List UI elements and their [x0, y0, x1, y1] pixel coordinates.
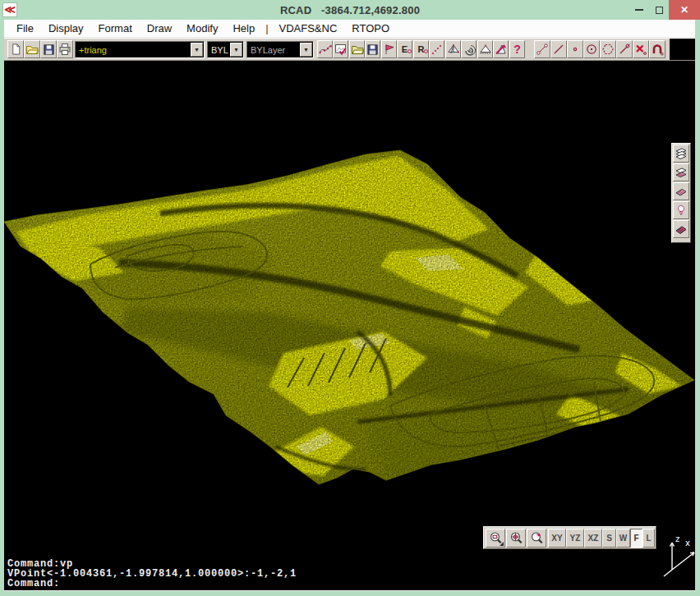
image-check-icon	[334, 43, 348, 56]
zoom-previous-button[interactable]	[527, 529, 546, 548]
pyramid-icon	[447, 43, 460, 56]
plane-hatch-button[interactable]	[673, 182, 689, 200]
layers-add-button[interactable]	[673, 163, 689, 181]
color-dropdown[interactable]: BYL ▼	[207, 41, 244, 58]
plane-solid-button[interactable]	[673, 220, 689, 238]
spline-tool-button[interactable]	[317, 40, 333, 58]
help-icon: ?	[513, 43, 521, 56]
line-endpoints-icon	[536, 43, 549, 56]
linetype-dropdown-value: BYLayer	[247, 45, 300, 55]
open-folder-icon	[25, 43, 39, 56]
view-xy-button[interactable]: XY	[548, 529, 566, 548]
layer-dropdown[interactable]: +triang ▼	[75, 41, 205, 58]
edit-r-button[interactable]: R	[413, 40, 429, 58]
new-document-icon	[10, 43, 22, 56]
save-icon	[366, 44, 379, 56]
layer-dropdown-value: +triang	[76, 45, 191, 55]
circle-center-icon	[585, 43, 598, 56]
letter-e-icon: E	[402, 44, 408, 54]
view-yz-button[interactable]: YZ	[566, 529, 584, 548]
linetype-dropdown[interactable]: BYLayer ▼	[246, 41, 314, 58]
print-icon	[58, 43, 71, 56]
view-s-button[interactable]: S	[602, 529, 616, 548]
color-dropdown-value: BYL	[208, 45, 230, 55]
view-w-button[interactable]: W	[616, 529, 630, 548]
window-title: RCAD -3864.712,4692.800	[0, 4, 700, 16]
light-bulb-button[interactable]	[673, 201, 689, 219]
point-icon	[569, 43, 582, 56]
menu-draw[interactable]: Draw	[140, 21, 179, 36]
dashed-polygon-button[interactable]	[600, 40, 616, 58]
erase-button[interactable]	[633, 40, 649, 58]
dotted-line-icon	[431, 43, 444, 56]
menu-file[interactable]: File	[9, 21, 41, 36]
letter-r-icon: R	[418, 44, 425, 54]
layer-dropdown-arrow-icon[interactable]: ▼	[191, 43, 203, 57]
spiral-button[interactable]	[461, 40, 477, 58]
undo-button[interactable]	[649, 40, 665, 58]
flag-icon	[383, 43, 396, 56]
menu-help[interactable]: Help	[225, 21, 262, 36]
terrain-mesh	[4, 61, 695, 591]
menu-display[interactable]: Display	[41, 21, 91, 36]
open-project-button[interactable]	[349, 40, 365, 58]
menubar: File Display Format Draw Modify Help | V…	[4, 20, 695, 38]
color-dropdown-arrow-icon[interactable]: ▼	[230, 43, 242, 57]
pick-line-button[interactable]	[616, 40, 633, 58]
drawing-viewport[interactable]: XY YZ XZ S W F L z x Command:vp VPoint<-…	[4, 61, 695, 591]
spline-icon	[319, 43, 332, 56]
maximize-icon	[656, 7, 663, 14]
save-button[interactable]	[40, 40, 57, 58]
open-file-button[interactable]	[24, 40, 40, 58]
menu-vdafs-nc[interactable]: VDAFS&NC	[272, 21, 345, 36]
command-console[interactable]: Command:vp VPoint<-1.004361,-1.997814,1.…	[7, 559, 297, 589]
circle-center-button[interactable]	[583, 40, 600, 58]
view-controls-panel: XY YZ XZ S W F L	[483, 526, 656, 549]
zoom-window-button[interactable]	[486, 529, 505, 548]
menu-rtopo[interactable]: RTOPO	[344, 21, 397, 36]
ucs-axis-icon: z x	[644, 532, 695, 586]
new-document-button[interactable]	[7, 40, 24, 58]
render-button[interactable]	[493, 40, 509, 58]
save-icon	[43, 44, 55, 56]
print-button[interactable]	[57, 40, 73, 58]
dotted-line-button[interactable]	[429, 40, 444, 58]
open-folder-icon	[351, 43, 364, 56]
plane-hatch-icon	[675, 185, 688, 198]
maximize-button[interactable]	[649, 0, 669, 20]
edit-e-button[interactable]: E	[397, 40, 412, 58]
window-title-app: RCAD	[277, 4, 315, 16]
erase-x-icon	[634, 43, 647, 56]
flag-tool-button[interactable]	[381, 40, 397, 58]
titlebar: ≪ RCAD -3864.712,4692.800 ✕	[0, 0, 700, 20]
window-controls: ✕	[629, 0, 700, 20]
linetype-dropdown-arrow-icon[interactable]: ▼	[300, 43, 312, 57]
image-check-button[interactable]	[333, 40, 348, 58]
zoom-extents-button[interactable]	[506, 529, 526, 548]
close-icon: ✕	[680, 4, 688, 16]
menu-modify[interactable]: Modify	[179, 21, 225, 36]
minimize-icon	[635, 9, 643, 11]
zoom-extents-icon	[509, 531, 523, 545]
view-f-button[interactable]: F	[630, 529, 642, 548]
help-button[interactable]: ?	[509, 40, 525, 58]
console-prompt[interactable]: Command:	[7, 579, 297, 589]
line-endpoints-button[interactable]	[534, 40, 550, 58]
toolbar-black-panel	[670, 39, 695, 60]
light-bulb-icon	[675, 204, 688, 217]
line-button[interactable]	[550, 40, 567, 58]
undo-magnet-icon	[651, 43, 664, 56]
layers-stack-icon	[675, 147, 688, 160]
menu-separator: |	[262, 21, 271, 36]
plane-solid-icon	[675, 222, 688, 236]
menu-format[interactable]: Format	[91, 21, 140, 36]
save-project-button[interactable]	[365, 40, 380, 58]
view-xz-button[interactable]: XZ	[584, 529, 602, 548]
layers-stack-button[interactable]	[673, 144, 689, 163]
point-button[interactable]	[567, 40, 583, 58]
pick-line-icon	[618, 43, 631, 56]
minimize-button[interactable]	[629, 0, 649, 20]
pyramid-button[interactable]	[445, 40, 461, 58]
close-button[interactable]: ✕	[669, 0, 700, 20]
slope-button[interactable]	[477, 40, 493, 58]
